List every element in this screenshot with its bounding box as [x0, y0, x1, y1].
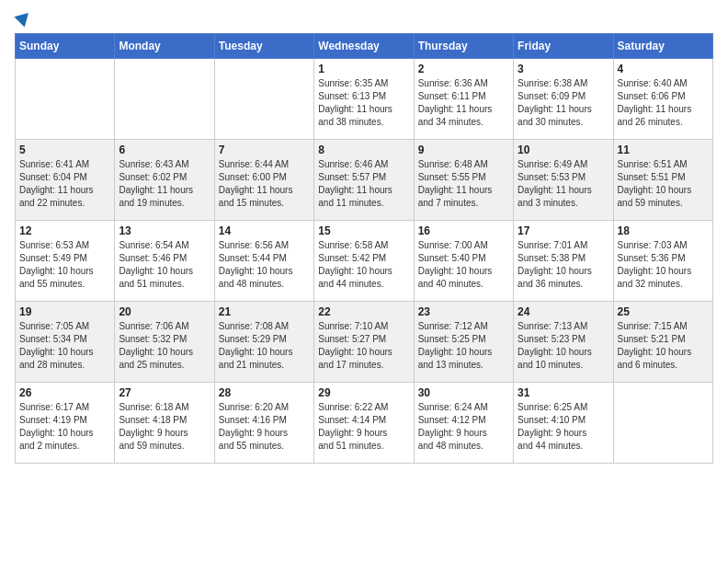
calendar-cell: 13Sunrise: 6:54 AM Sunset: 5:46 PM Dayli…: [115, 221, 214, 302]
day-number: 5: [19, 144, 110, 156]
day-info: Sunrise: 6:53 AM Sunset: 5:49 PM Dayligh…: [19, 239, 110, 291]
day-info: Sunrise: 7:01 AM Sunset: 5:38 PM Dayligh…: [518, 239, 609, 291]
day-number: 15: [318, 224, 409, 237]
calendar-cell: 22Sunrise: 7:10 AM Sunset: 5:27 PM Dayli…: [314, 302, 414, 383]
day-number: 6: [119, 144, 210, 156]
day-number: 3: [518, 63, 609, 75]
logo: [15, 15, 31, 24]
calendar-week-row: 1Sunrise: 6:35 AM Sunset: 6:13 PM Daylig…: [16, 59, 713, 140]
calendar-cell: 3Sunrise: 6:38 AM Sunset: 6:09 PM Daylig…: [514, 59, 613, 140]
calendar-cell: 25Sunrise: 7:15 AM Sunset: 5:21 PM Dayli…: [613, 302, 712, 383]
day-number: 20: [119, 305, 210, 318]
calendar-cell: 2Sunrise: 6:36 AM Sunset: 6:11 PM Daylig…: [414, 59, 513, 140]
weekday-header: Wednesday: [314, 34, 414, 59]
day-info: Sunrise: 7:03 AM Sunset: 5:36 PM Dayligh…: [618, 239, 709, 291]
day-number: 28: [219, 386, 310, 399]
calendar-cell: 7Sunrise: 6:44 AM Sunset: 6:00 PM Daylig…: [214, 140, 313, 221]
page-header: [15, 15, 713, 24]
calendar-week-row: 26Sunrise: 6:17 AM Sunset: 4:19 PM Dayli…: [16, 383, 713, 464]
calendar-header-row: SundayMondayTuesdayWednesdayThursdayFrid…: [16, 34, 713, 59]
day-info: Sunrise: 6:46 AM Sunset: 5:57 PM Dayligh…: [318, 158, 409, 210]
calendar-cell: 12Sunrise: 6:53 AM Sunset: 5:49 PM Dayli…: [16, 221, 115, 302]
day-info: Sunrise: 6:48 AM Sunset: 5:55 PM Dayligh…: [418, 158, 509, 210]
weekday-header: Monday: [115, 34, 214, 59]
day-number: 8: [318, 144, 409, 156]
day-info: Sunrise: 6:17 AM Sunset: 4:19 PM Dayligh…: [19, 401, 110, 453]
day-info: Sunrise: 7:10 AM Sunset: 5:27 PM Dayligh…: [318, 320, 409, 372]
calendar-cell: 6Sunrise: 6:43 AM Sunset: 6:02 PM Daylig…: [115, 140, 214, 221]
day-number: 10: [518, 144, 609, 156]
calendar-cell: 30Sunrise: 6:24 AM Sunset: 4:12 PM Dayli…: [414, 383, 513, 464]
calendar-cell: 1Sunrise: 6:35 AM Sunset: 6:13 PM Daylig…: [314, 59, 414, 140]
day-number: 4: [618, 63, 709, 75]
day-number: 22: [318, 305, 409, 318]
calendar-cell: 4Sunrise: 6:40 AM Sunset: 6:06 PM Daylig…: [613, 59, 712, 140]
weekday-header: Saturday: [613, 34, 712, 59]
calendar-cell: [214, 59, 313, 140]
calendar-cell: 15Sunrise: 6:58 AM Sunset: 5:42 PM Dayli…: [314, 221, 414, 302]
day-number: 27: [119, 386, 210, 399]
day-number: 21: [219, 305, 310, 318]
logo-arrow-icon: [14, 7, 33, 27]
calendar-cell: 9Sunrise: 6:48 AM Sunset: 5:55 PM Daylig…: [414, 140, 513, 221]
calendar-cell: 5Sunrise: 6:41 AM Sunset: 6:04 PM Daylig…: [16, 140, 115, 221]
calendar-week-row: 19Sunrise: 7:05 AM Sunset: 5:34 PM Dayli…: [16, 302, 713, 383]
calendar-cell: 31Sunrise: 6:25 AM Sunset: 4:10 PM Dayli…: [514, 383, 613, 464]
calendar-cell: 17Sunrise: 7:01 AM Sunset: 5:38 PM Dayli…: [514, 221, 613, 302]
calendar-cell: 26Sunrise: 6:17 AM Sunset: 4:19 PM Dayli…: [16, 383, 115, 464]
calendar-cell: [115, 59, 214, 140]
weekday-header: Sunday: [16, 34, 115, 59]
day-info: Sunrise: 6:56 AM Sunset: 5:44 PM Dayligh…: [219, 239, 310, 291]
weekday-header: Friday: [514, 34, 613, 59]
calendar-cell: 28Sunrise: 6:20 AM Sunset: 4:16 PM Dayli…: [214, 383, 313, 464]
day-info: Sunrise: 6:44 AM Sunset: 6:00 PM Dayligh…: [219, 158, 310, 210]
day-info: Sunrise: 6:54 AM Sunset: 5:46 PM Dayligh…: [119, 239, 210, 291]
calendar-cell: 21Sunrise: 7:08 AM Sunset: 5:29 PM Dayli…: [214, 302, 313, 383]
calendar-cell: 27Sunrise: 6:18 AM Sunset: 4:18 PM Dayli…: [115, 383, 214, 464]
day-info: Sunrise: 6:35 AM Sunset: 6:13 PM Dayligh…: [318, 77, 409, 129]
day-info: Sunrise: 7:08 AM Sunset: 5:29 PM Dayligh…: [219, 320, 310, 372]
weekday-header: Tuesday: [214, 34, 313, 59]
day-info: Sunrise: 6:18 AM Sunset: 4:18 PM Dayligh…: [119, 401, 210, 453]
day-info: Sunrise: 6:24 AM Sunset: 4:12 PM Dayligh…: [418, 401, 509, 453]
calendar-cell: 10Sunrise: 6:49 AM Sunset: 5:53 PM Dayli…: [514, 140, 613, 221]
calendar-cell: 20Sunrise: 7:06 AM Sunset: 5:32 PM Dayli…: [115, 302, 214, 383]
calendar-cell: 23Sunrise: 7:12 AM Sunset: 5:25 PM Dayli…: [414, 302, 513, 383]
day-number: 12: [19, 224, 110, 237]
day-info: Sunrise: 7:00 AM Sunset: 5:40 PM Dayligh…: [418, 239, 509, 291]
day-info: Sunrise: 6:22 AM Sunset: 4:14 PM Dayligh…: [318, 401, 409, 453]
calendar-week-row: 12Sunrise: 6:53 AM Sunset: 5:49 PM Dayli…: [16, 221, 713, 302]
day-info: Sunrise: 7:06 AM Sunset: 5:32 PM Dayligh…: [119, 320, 210, 372]
day-number: 19: [19, 305, 110, 318]
calendar-cell: 8Sunrise: 6:46 AM Sunset: 5:57 PM Daylig…: [314, 140, 414, 221]
day-number: 11: [618, 144, 709, 156]
day-number: 18: [618, 224, 709, 237]
day-number: 2: [418, 63, 509, 75]
day-number: 29: [318, 386, 409, 399]
calendar-cell: 14Sunrise: 6:56 AM Sunset: 5:44 PM Dayli…: [214, 221, 313, 302]
day-number: 17: [518, 224, 609, 237]
day-info: Sunrise: 6:25 AM Sunset: 4:10 PM Dayligh…: [518, 401, 609, 453]
calendar-cell: 18Sunrise: 7:03 AM Sunset: 5:36 PM Dayli…: [613, 221, 712, 302]
day-info: Sunrise: 6:49 AM Sunset: 5:53 PM Dayligh…: [518, 158, 609, 210]
calendar-cell: 19Sunrise: 7:05 AM Sunset: 5:34 PM Dayli…: [16, 302, 115, 383]
calendar-cell: 24Sunrise: 7:13 AM Sunset: 5:23 PM Dayli…: [514, 302, 613, 383]
day-number: 31: [518, 386, 609, 399]
calendar-table: SundayMondayTuesdayWednesdayThursdayFrid…: [15, 33, 713, 464]
calendar-cell: 29Sunrise: 6:22 AM Sunset: 4:14 PM Dayli…: [314, 383, 414, 464]
calendar-week-row: 5Sunrise: 6:41 AM Sunset: 6:04 PM Daylig…: [16, 140, 713, 221]
calendar-cell: [16, 59, 115, 140]
day-info: Sunrise: 6:38 AM Sunset: 6:09 PM Dayligh…: [518, 77, 609, 129]
day-number: 16: [418, 224, 509, 237]
day-number: 9: [418, 144, 509, 156]
calendar-cell: 11Sunrise: 6:51 AM Sunset: 5:51 PM Dayli…: [613, 140, 712, 221]
day-info: Sunrise: 6:58 AM Sunset: 5:42 PM Dayligh…: [318, 239, 409, 291]
weekday-header: Thursday: [414, 34, 513, 59]
day-number: 7: [219, 144, 310, 156]
day-info: Sunrise: 6:43 AM Sunset: 6:02 PM Dayligh…: [119, 158, 210, 210]
day-number: 1: [318, 63, 409, 75]
day-number: 25: [618, 305, 709, 318]
day-info: Sunrise: 6:51 AM Sunset: 5:51 PM Dayligh…: [618, 158, 709, 210]
day-number: 30: [418, 386, 509, 399]
day-info: Sunrise: 7:13 AM Sunset: 5:23 PM Dayligh…: [518, 320, 609, 372]
